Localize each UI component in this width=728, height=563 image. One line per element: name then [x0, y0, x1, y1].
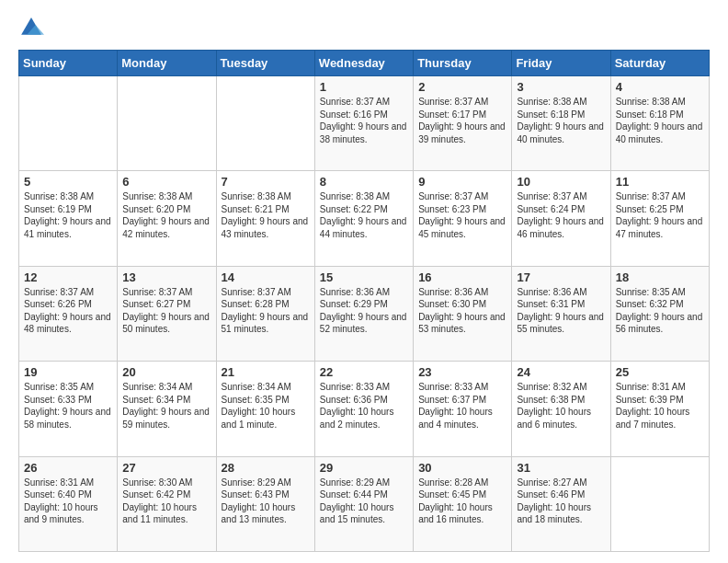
day-info: Sunrise: 8:34 AM Sunset: 6:34 PM Dayligh…	[122, 381, 210, 431]
day-number: 26	[24, 461, 112, 475]
day-info: Sunrise: 8:38 AM Sunset: 6:22 PM Dayligh…	[320, 190, 408, 240]
day-info: Sunrise: 8:38 AM Sunset: 6:18 PM Dayligh…	[517, 96, 605, 145]
day-number: 22	[320, 365, 408, 379]
day-info: Sunrise: 8:36 AM Sunset: 6:31 PM Dayligh…	[517, 286, 605, 336]
calendar-cell	[610, 456, 709, 551]
calendar-cell: 20Sunrise: 8:34 AM Sunset: 6:34 PM Dayli…	[118, 362, 216, 456]
week-row-4: 26Sunrise: 8:31 AM Sunset: 6:40 PM Dayli…	[19, 456, 710, 551]
weekday-header-tuesday: Tuesday	[216, 51, 314, 76]
day-number: 17	[517, 270, 605, 284]
day-info: Sunrise: 8:33 AM Sunset: 6:36 PM Dayligh…	[320, 381, 408, 431]
weekday-header-wednesday: Wednesday	[314, 51, 413, 76]
day-number: 6	[122, 175, 210, 189]
day-number: 15	[320, 270, 408, 284]
day-info: Sunrise: 8:36 AM Sunset: 6:29 PM Dayligh…	[320, 286, 408, 336]
calendar-cell: 23Sunrise: 8:33 AM Sunset: 6:37 PM Dayli…	[414, 362, 512, 456]
page: SundayMondayTuesdayWednesdayThursdayFrid…	[0, 0, 728, 563]
week-row-2: 12Sunrise: 8:37 AM Sunset: 6:26 PM Dayli…	[19, 266, 710, 361]
weekday-header-row: SundayMondayTuesdayWednesdayThursdayFrid…	[19, 51, 710, 76]
day-info: Sunrise: 8:38 AM Sunset: 6:19 PM Dayligh…	[24, 190, 112, 240]
calendar-cell	[118, 76, 216, 171]
day-number: 19	[24, 365, 112, 379]
calendar-cell: 28Sunrise: 8:29 AM Sunset: 6:43 PM Dayli…	[216, 456, 314, 551]
day-info: Sunrise: 8:38 AM Sunset: 6:18 PM Dayligh…	[616, 96, 704, 145]
calendar-cell: 30Sunrise: 8:28 AM Sunset: 6:45 PM Dayli…	[414, 456, 512, 551]
day-number: 27	[122, 461, 210, 475]
calendar-cell: 1Sunrise: 8:37 AM Sunset: 6:16 PM Daylig…	[314, 76, 413, 171]
calendar-cell: 9Sunrise: 8:37 AM Sunset: 6:23 PM Daylig…	[414, 171, 512, 266]
day-number: 21	[222, 365, 310, 379]
calendar-cell: 18Sunrise: 8:35 AM Sunset: 6:32 PM Dayli…	[610, 266, 709, 361]
calendar-cell: 6Sunrise: 8:38 AM Sunset: 6:20 PM Daylig…	[118, 171, 216, 266]
day-info: Sunrise: 8:37 AM Sunset: 6:24 PM Dayligh…	[517, 190, 605, 240]
day-info: Sunrise: 8:28 AM Sunset: 6:45 PM Dayligh…	[418, 477, 506, 526]
day-number: 7	[222, 175, 310, 189]
day-info: Sunrise: 8:33 AM Sunset: 6:37 PM Dayligh…	[418, 381, 506, 431]
day-number: 3	[517, 80, 605, 94]
day-info: Sunrise: 8:37 AM Sunset: 6:25 PM Dayligh…	[616, 190, 704, 240]
calendar-cell: 4Sunrise: 8:38 AM Sunset: 6:18 PM Daylig…	[610, 76, 709, 171]
calendar-cell: 17Sunrise: 8:36 AM Sunset: 6:31 PM Dayli…	[512, 266, 610, 361]
calendar-cell: 26Sunrise: 8:31 AM Sunset: 6:40 PM Dayli…	[19, 456, 118, 551]
calendar-cell: 16Sunrise: 8:36 AM Sunset: 6:30 PM Dayli…	[414, 266, 512, 361]
day-number: 24	[517, 365, 605, 379]
day-number: 5	[24, 175, 112, 189]
day-number: 4	[616, 80, 704, 94]
calendar-cell: 11Sunrise: 8:37 AM Sunset: 6:25 PM Dayli…	[610, 171, 709, 266]
weekday-header-saturday: Saturday	[610, 51, 709, 76]
calendar-cell: 14Sunrise: 8:37 AM Sunset: 6:28 PM Dayli…	[216, 266, 314, 361]
day-number: 30	[418, 461, 506, 475]
calendar-cell: 25Sunrise: 8:31 AM Sunset: 6:39 PM Dayli…	[610, 362, 709, 456]
day-number: 14	[222, 270, 310, 284]
day-number: 23	[418, 365, 506, 379]
weekday-header-monday: Monday	[118, 51, 216, 76]
calendar-cell: 13Sunrise: 8:37 AM Sunset: 6:27 PM Dayli…	[118, 266, 216, 361]
calendar-cell: 27Sunrise: 8:30 AM Sunset: 6:42 PM Dayli…	[118, 456, 216, 551]
week-row-1: 5Sunrise: 8:38 AM Sunset: 6:19 PM Daylig…	[19, 171, 710, 266]
day-info: Sunrise: 8:37 AM Sunset: 6:16 PM Dayligh…	[320, 96, 408, 145]
calendar-cell: 8Sunrise: 8:38 AM Sunset: 6:22 PM Daylig…	[314, 171, 413, 266]
day-number: 12	[24, 270, 112, 284]
day-number: 31	[517, 461, 605, 475]
day-info: Sunrise: 8:31 AM Sunset: 6:39 PM Dayligh…	[616, 381, 704, 431]
day-info: Sunrise: 8:29 AM Sunset: 6:44 PM Dayligh…	[320, 477, 408, 526]
day-info: Sunrise: 8:34 AM Sunset: 6:35 PM Dayligh…	[222, 381, 310, 431]
day-info: Sunrise: 8:38 AM Sunset: 6:20 PM Dayligh…	[122, 190, 210, 240]
week-row-3: 19Sunrise: 8:35 AM Sunset: 6:33 PM Dayli…	[19, 362, 710, 456]
logo-icon	[18, 15, 44, 40]
day-info: Sunrise: 8:27 AM Sunset: 6:46 PM Dayligh…	[517, 477, 605, 526]
calendar-cell: 31Sunrise: 8:27 AM Sunset: 6:46 PM Dayli…	[512, 456, 610, 551]
day-number: 29	[320, 461, 408, 475]
day-number: 16	[418, 270, 506, 284]
calendar: SundayMondayTuesdayWednesdayThursdayFrid…	[18, 50, 710, 552]
calendar-cell: 10Sunrise: 8:37 AM Sunset: 6:24 PM Dayli…	[512, 171, 610, 266]
day-number: 8	[320, 175, 408, 189]
day-number: 11	[616, 175, 704, 189]
day-info: Sunrise: 8:30 AM Sunset: 6:42 PM Dayligh…	[122, 477, 210, 526]
day-info: Sunrise: 8:29 AM Sunset: 6:43 PM Dayligh…	[222, 477, 310, 526]
weekday-header-sunday: Sunday	[19, 51, 118, 76]
day-number: 10	[517, 175, 605, 189]
calendar-cell: 19Sunrise: 8:35 AM Sunset: 6:33 PM Dayli…	[19, 362, 118, 456]
day-number: 1	[320, 80, 408, 94]
logo	[18, 15, 48, 40]
day-info: Sunrise: 8:37 AM Sunset: 6:28 PM Dayligh…	[222, 286, 310, 336]
weekday-header-friday: Friday	[512, 51, 610, 76]
calendar-cell: 29Sunrise: 8:29 AM Sunset: 6:44 PM Dayli…	[314, 456, 413, 551]
calendar-cell	[19, 76, 118, 171]
calendar-cell: 24Sunrise: 8:32 AM Sunset: 6:38 PM Dayli…	[512, 362, 610, 456]
day-info: Sunrise: 8:37 AM Sunset: 6:26 PM Dayligh…	[24, 286, 112, 336]
day-info: Sunrise: 8:32 AM Sunset: 6:38 PM Dayligh…	[517, 381, 605, 431]
calendar-cell	[216, 76, 314, 171]
day-number: 20	[122, 365, 210, 379]
day-number: 28	[222, 461, 310, 475]
calendar-cell: 15Sunrise: 8:36 AM Sunset: 6:29 PM Dayli…	[314, 266, 413, 361]
calendar-cell: 22Sunrise: 8:33 AM Sunset: 6:36 PM Dayli…	[314, 362, 413, 456]
header	[18, 15, 710, 40]
day-number: 25	[616, 365, 704, 379]
calendar-cell: 7Sunrise: 8:38 AM Sunset: 6:21 PM Daylig…	[216, 171, 314, 266]
day-info: Sunrise: 8:37 AM Sunset: 6:27 PM Dayligh…	[122, 286, 210, 336]
calendar-cell: 3Sunrise: 8:38 AM Sunset: 6:18 PM Daylig…	[512, 76, 610, 171]
calendar-cell: 2Sunrise: 8:37 AM Sunset: 6:17 PM Daylig…	[414, 76, 512, 171]
calendar-cell: 12Sunrise: 8:37 AM Sunset: 6:26 PM Dayli…	[19, 266, 118, 361]
